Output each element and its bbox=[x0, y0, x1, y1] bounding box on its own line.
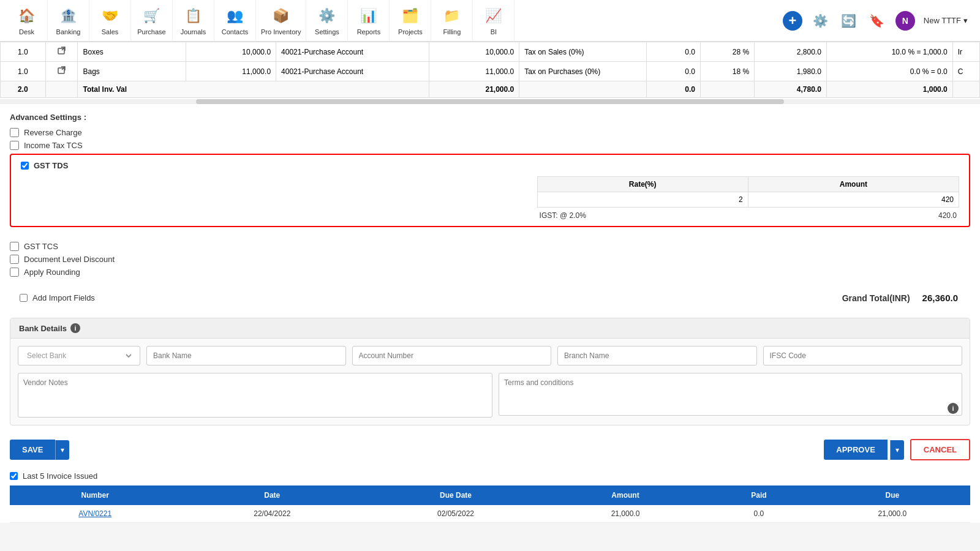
add-button[interactable]: + bbox=[783, 11, 802, 31]
advanced-settings-title: Advanced Settings : bbox=[10, 113, 970, 122]
gst-tds-rate-table: Rate(%) Amount bbox=[537, 176, 959, 208]
bank-name-field[interactable] bbox=[146, 346, 346, 365]
apply-rounding-checkbox[interactable] bbox=[10, 268, 19, 277]
rate-value-cell[interactable] bbox=[537, 192, 748, 208]
user-avatar[interactable]: N bbox=[895, 11, 915, 31]
sales-icon: 🤝 bbox=[100, 6, 120, 26]
select-bank-dropdown[interactable]: Select Bank bbox=[24, 351, 134, 361]
gst-tds-content: Rate(%) Amount bbox=[21, 176, 959, 220]
settings-icon: ⚙️ bbox=[317, 6, 337, 26]
nav-item-contacts[interactable]: 👥 Contacts bbox=[214, 0, 256, 42]
apply-rounding-label: Apply Rounding bbox=[24, 268, 80, 277]
settings-gear-icon[interactable]: ⚙️ bbox=[811, 11, 831, 31]
purchase-icon: 🛒 bbox=[142, 6, 162, 26]
doc-level-discount-checkbox[interactable] bbox=[10, 255, 19, 264]
nav-item-purchase[interactable]: 🛒 Purchase bbox=[131, 0, 173, 42]
nav-item-banking[interactable]: 🏦 Banking bbox=[48, 0, 89, 42]
nav-label-journals: Journals bbox=[181, 28, 206, 36]
approve-dropdown-button[interactable]: ▾ bbox=[890, 440, 904, 460]
nav-item-reports[interactable]: 📊 Reports bbox=[348, 0, 390, 42]
branch-name-field[interactable] bbox=[557, 346, 757, 365]
approve-button[interactable]: APPROVE bbox=[824, 440, 888, 460]
total-extra bbox=[952, 81, 979, 98]
main-content: 1.0 Boxes 10,000.0 40021-Purchase Accoun… bbox=[0, 42, 980, 523]
user-name[interactable]: New TTTF ▾ bbox=[924, 16, 968, 25]
gst-tds-box: GST TDS Rate(%) Amount bbox=[10, 154, 970, 227]
col-date: Date bbox=[180, 485, 364, 505]
income-tax-tcs-checkbox[interactable] bbox=[10, 141, 19, 150]
nav-label-pro-inventory: Pro Inventory bbox=[261, 28, 301, 36]
right-buttons-group: APPROVE ▾ CANCEL bbox=[824, 439, 970, 460]
branch-name-input[interactable] bbox=[564, 351, 750, 360]
ifsc-code-input[interactable] bbox=[770, 351, 956, 360]
nav-item-bi[interactable]: 📈 BI bbox=[473, 0, 514, 42]
account-number-input[interactable] bbox=[359, 351, 545, 360]
total-blank2 bbox=[519, 81, 646, 98]
last-invoice-checkbox[interactable] bbox=[10, 472, 18, 480]
invoice-due-date-cell: 02/05/2022 bbox=[364, 505, 548, 523]
income-tax-tcs-row: Income Tax TCS bbox=[10, 141, 970, 150]
item-name-cell: Bags bbox=[78, 62, 186, 81]
top-navigation: 🏠 Desk 🏦 Banking 🤝 Sales 🛒 Purchase 📋 Jo… bbox=[0, 0, 980, 42]
invoice-number-cell[interactable]: AVN/0221 bbox=[10, 505, 180, 523]
nav-right-area: + ⚙️ 🔄 🔖 N New TTTF ▾ bbox=[783, 11, 974, 31]
ifsc-code-field[interactable] bbox=[763, 346, 963, 365]
link-icon-cell[interactable] bbox=[45, 62, 78, 81]
bank-details-section: Bank Details i Select Bank bbox=[10, 318, 970, 425]
gst-tds-checkbox[interactable] bbox=[21, 162, 29, 170]
amount-cell: 11,000.0 bbox=[186, 62, 276, 81]
total-label: Total Inv. Val bbox=[78, 81, 429, 98]
tax-pct-cell: 28 % bbox=[700, 42, 754, 62]
gst-tcs-checkbox[interactable] bbox=[10, 242, 19, 251]
bookmark-icon[interactable]: 🔖 bbox=[867, 11, 887, 31]
grand-total-row: Grand Total(INR) 26,360.0 bbox=[830, 287, 970, 309]
vendor-notes-textarea[interactable] bbox=[18, 373, 492, 418]
amount-input[interactable] bbox=[753, 195, 954, 204]
disc-cell: 10.0 % = 1,000.0 bbox=[826, 42, 952, 62]
nav-label-desk: Desk bbox=[19, 28, 34, 36]
total-blank bbox=[45, 81, 78, 98]
amount-value-cell[interactable] bbox=[748, 192, 959, 208]
invoice-amount-cell: 21,000.0 bbox=[548, 505, 703, 523]
notes-area: i bbox=[10, 373, 970, 425]
nav-label-settings: Settings bbox=[315, 28, 339, 36]
invoice-due-cell: 21,000.0 bbox=[815, 505, 970, 523]
link-icon-cell[interactable] bbox=[45, 42, 78, 62]
nav-item-desk[interactable]: 🏠 Desk bbox=[6, 0, 48, 42]
contacts-icon: 👥 bbox=[225, 6, 245, 26]
extra-cell: C bbox=[952, 62, 979, 81]
terms-info-icon[interactable]: i bbox=[948, 403, 959, 414]
nav-item-journals[interactable]: 📋 Journals bbox=[173, 0, 214, 42]
total-inv-val: 21,000.0 bbox=[429, 81, 519, 98]
advanced-settings-section: Advanced Settings : Reverse Charge Incom… bbox=[0, 105, 980, 238]
igst-label: IGST: @ 2.0% bbox=[540, 211, 586, 220]
save-dropdown-button[interactable]: ▾ bbox=[55, 440, 69, 460]
table-row: 1.0 Bags 11,000.0 40021-Purchase Account… bbox=[1, 62, 980, 81]
gst-tds-rate-row bbox=[537, 192, 959, 208]
select-bank-field[interactable]: Select Bank bbox=[18, 346, 140, 365]
nav-item-projects[interactable]: 🗂️ Projects bbox=[390, 0, 431, 42]
doc-level-discount-row: Document Level Discount bbox=[10, 255, 970, 264]
gst-tcs-row: GST TCS bbox=[10, 242, 970, 251]
user-name-text: New TTTF bbox=[924, 16, 961, 25]
nav-item-settings[interactable]: ⚙️ Settings bbox=[306, 0, 348, 42]
scrollbar[interactable] bbox=[0, 99, 980, 104]
amount-cell: 10,000.0 bbox=[186, 42, 276, 62]
account-number-field[interactable] bbox=[352, 346, 552, 365]
switch-icon[interactable]: 🔄 bbox=[839, 11, 859, 31]
nav-item-pro-inventory[interactable]: 📦 Pro Inventory bbox=[256, 0, 306, 42]
reports-icon: 📊 bbox=[359, 6, 379, 26]
terms-textarea[interactable] bbox=[499, 373, 962, 416]
rate-input[interactable] bbox=[543, 195, 743, 204]
add-import-fields-checkbox[interactable] bbox=[20, 294, 28, 302]
invoice-lines-table-wrap: 1.0 Boxes 10,000.0 40021-Purchase Accoun… bbox=[0, 42, 980, 105]
total-disc: 1,000.0 bbox=[826, 81, 952, 98]
qty-cell: 1.0 bbox=[1, 62, 46, 81]
nav-item-sales[interactable]: 🤝 Sales bbox=[89, 0, 131, 42]
bank-name-input[interactable] bbox=[153, 351, 339, 360]
nav-item-filling[interactable]: 📁 Filling bbox=[431, 0, 473, 42]
cancel-button[interactable]: CANCEL bbox=[910, 439, 970, 460]
reverse-charge-checkbox[interactable] bbox=[10, 128, 19, 137]
save-button[interactable]: SAVE bbox=[10, 440, 55, 460]
extra-cell: Ir bbox=[952, 42, 979, 62]
